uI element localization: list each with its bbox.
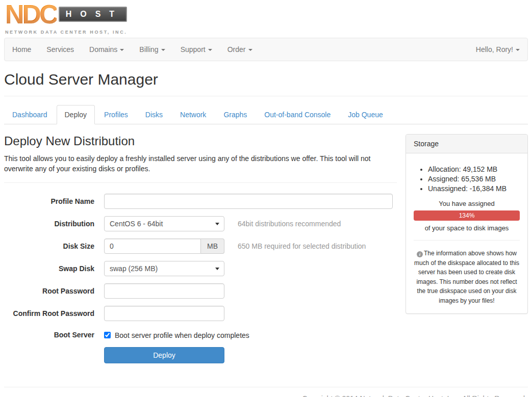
form-row-submit: Deploy: [4, 345, 397, 363]
nav-item-domains[interactable]: Domains: [82, 38, 132, 61]
confirm-root-password-input[interactable]: [104, 306, 224, 321]
nav-item-label: Domains: [89, 45, 117, 54]
tab-graphs[interactable]: Graphs: [215, 105, 255, 124]
storage-panel-title: Storage: [406, 135, 527, 153]
confirm-root-password-label: Confirm Root Password: [4, 306, 104, 317]
footer: Copyright © 2014 Network Data Center Hos…: [4, 387, 528, 397]
select-caret-icon: [215, 268, 219, 270]
tab-job-queue[interactable]: Job Queue: [340, 105, 391, 124]
info-icon: i: [417, 251, 423, 257]
copyright-text: Copyright © 2014 Network Data Center Hos…: [5, 394, 527, 397]
nav-item-order[interactable]: Order: [220, 38, 260, 61]
root-password-input[interactable]: [104, 283, 224, 299]
tab-out-of-band-console[interactable]: Out-of-band Console: [256, 105, 339, 124]
form-row-swap-disk: Swap Disk swap (256 MB): [4, 261, 397, 276]
disk-size-help-text: 650 MB required for selected distributio…: [238, 239, 366, 250]
section-description: This tool allows you to easily deploy a …: [4, 153, 397, 174]
storage-note: iThe information above shows how much of…: [414, 249, 520, 306]
nav-item-label: Services: [46, 45, 74, 54]
deploy-section: Deploy New Distribution This tool allows…: [4, 134, 397, 370]
header: NDC HOST NETWORK DATA CENTER HOST, INC.: [0, 0, 532, 38]
deploy-form: Profile Name Distribution CentOS 6 - 64b…: [4, 194, 397, 363]
form-row-distribution: Distribution CentOS 6 - 64bit 64bit dist…: [4, 216, 397, 231]
storage-stat-allocation: Allocation: 49,152 MB: [428, 165, 520, 173]
disk-size-label: Disk Size: [4, 239, 104, 250]
chevron-down-icon: [516, 49, 520, 51]
swap-disk-select[interactable]: swap (256 MB): [104, 261, 224, 276]
nav-item-home[interactable]: Home: [5, 38, 39, 61]
form-row-disk-size: Disk Size MB 650 MB required for selecte…: [4, 239, 397, 254]
storage-stat-unassigned: Unassigned: -16,384 MB: [428, 184, 520, 193]
boot-server-checkbox-label: Boot server profile when deploy complete…: [115, 331, 249, 339]
tab-network[interactable]: Network: [172, 105, 214, 124]
main-navbar: Home Services Domains Billing Support Or…: [4, 38, 528, 61]
swap-disk-select-value: swap (256 MB): [110, 264, 158, 273]
storage-assigned-caption: You have assigned: [414, 200, 520, 207]
distribution-select[interactable]: CentOS 6 - 64bit: [104, 216, 224, 231]
boot-server-label: Boot Server: [4, 328, 104, 339]
swap-disk-label: Swap Disk: [4, 261, 104, 273]
tab-dashboard[interactable]: Dashboard: [4, 105, 56, 124]
page-title: Cloud Server Manager: [4, 71, 528, 88]
nav-item-label: Support: [181, 45, 206, 54]
tab-profiles[interactable]: Profiles: [96, 105, 136, 124]
nav-item-label: Home: [12, 45, 31, 54]
form-row-confirm-root-password: Confirm Root Password: [4, 306, 397, 321]
form-row-profile-name: Profile Name: [4, 194, 397, 209]
distribution-help-text: 64bit distributions recommended: [238, 216, 341, 228]
chevron-down-icon: [208, 49, 212, 51]
submit-spacer: [4, 345, 104, 348]
ndc-host-logo[interactable]: NDC HOST NETWORK DATA CENTER HOST, INC.: [5, 3, 127, 35]
storage-note-text: The information above shows how much of …: [414, 250, 519, 304]
logo-ndc-text: NDC: [5, 3, 57, 25]
user-menu[interactable]: Hello, Rory!: [468, 38, 527, 61]
section-divider: [4, 182, 397, 183]
storage-progress-track: 134%: [414, 210, 520, 221]
profile-name-label: Profile Name: [4, 194, 104, 205]
nav-item-label: Billing: [139, 45, 158, 54]
disk-size-input[interactable]: [104, 239, 201, 254]
content-area: Deploy New Distribution This tool allows…: [4, 124, 528, 370]
distribution-label: Distribution: [4, 216, 104, 228]
logo-host-text: HOST: [66, 10, 123, 18]
storage-stat-assigned: Assigned: 65,536 MB: [428, 175, 520, 183]
nav-list: Home Services Domains Billing Support Or…: [5, 38, 260, 61]
distribution-select-value: CentOS 6 - 64bit: [110, 220, 163, 228]
tab-deploy[interactable]: Deploy: [57, 105, 95, 124]
title-divider: [4, 96, 528, 96]
section-title: Deploy New Distribution: [4, 134, 397, 148]
chevron-down-icon: [161, 49, 165, 51]
tab-bar: Dashboard Deploy Profiles Disks Network …: [4, 105, 528, 124]
nav-item-billing[interactable]: Billing: [132, 38, 172, 61]
storage-panel-body: Allocation: 49,152 MB Assigned: 65,536 M…: [406, 153, 527, 313]
nav-right-list: Hello, Rory!: [468, 38, 527, 61]
form-row-root-password: Root Password: [4, 283, 397, 299]
chevron-down-icon: [248, 49, 252, 51]
logo-tagline: NETWORK DATA CENTER HOST, INC.: [5, 30, 127, 35]
chevron-down-icon: [120, 49, 124, 51]
nav-item-support[interactable]: Support: [173, 38, 220, 61]
storage-assigned-caption2: of your space to disk images: [414, 224, 520, 232]
deploy-button[interactable]: Deploy: [104, 347, 224, 363]
root-password-label: Root Password: [4, 283, 104, 295]
tab-disks[interactable]: Disks: [137, 105, 171, 124]
storage-progress-bar: 134%: [414, 210, 520, 221]
disk-size-unit-addon: MB: [201, 239, 224, 254]
nav-item-services[interactable]: Services: [39, 38, 82, 61]
profile-name-input[interactable]: [104, 194, 393, 209]
select-caret-icon: [215, 223, 219, 225]
storage-sidebar: Storage Allocation: 49,152 MB Assigned: …: [406, 134, 528, 370]
nav-item-label: Order: [227, 45, 246, 54]
form-row-boot-server: Boot Server Boot server profile when dep…: [4, 328, 397, 339]
user-menu-label: Hello, Rory!: [476, 45, 513, 54]
storage-stats-list: Allocation: 49,152 MB Assigned: 65,536 M…: [414, 165, 520, 193]
logo-host-box: HOST: [59, 7, 127, 22]
storage-panel-divider: [414, 240, 520, 241]
storage-panel: Storage Allocation: 49,152 MB Assigned: …: [406, 134, 528, 314]
boot-server-checkbox[interactable]: [104, 332, 111, 338]
